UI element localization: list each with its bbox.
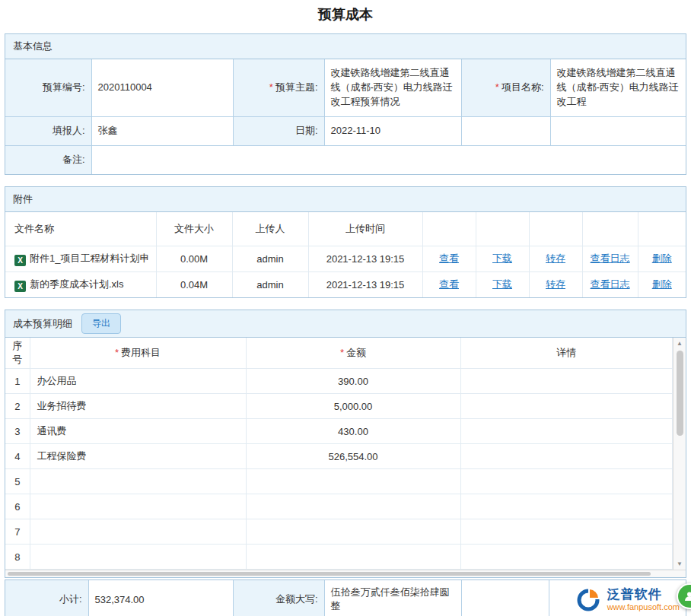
transfer-link[interactable]: 转存	[546, 278, 565, 290]
col-seq: 序号	[5, 338, 30, 369]
cost-detail-title: 成本预算明细	[13, 317, 72, 331]
scroll-down-icon[interactable]: ▼	[677, 558, 683, 570]
filler-label: 填报人:	[5, 116, 91, 145]
col-action	[476, 212, 529, 246]
table-row: 填报人: 张鑫 日期: 2022-11-10	[5, 116, 686, 145]
fanpu-logo-icon	[575, 586, 602, 613]
project-name-label: *项目名称:	[461, 59, 550, 116]
delete-link[interactable]: 删除	[652, 252, 672, 264]
amount-cell	[246, 545, 460, 570]
detail-cell	[460, 494, 673, 519]
vertical-scrollbar-thumb[interactable]	[677, 351, 683, 436]
brand-cell: 泛普软件 www.fanpusoft.com	[549, 580, 686, 616]
detail-cell	[460, 545, 673, 570]
amount-words-label: 金额大写:	[233, 580, 324, 616]
subtotal-label: 小计:	[5, 580, 88, 616]
table-row: 备注:	[5, 145, 686, 174]
col-action	[529, 212, 582, 246]
col-detail: 详情	[460, 338, 673, 369]
col-file-size: 文件大小	[156, 212, 232, 246]
seq-cell: 1	[5, 369, 30, 394]
budget-subject-label: *预算主题:	[233, 59, 324, 116]
excel-file-icon: X	[14, 255, 26, 266]
download-link[interactable]: 下载	[492, 252, 512, 264]
vertical-scrollbar[interactable]: ▲ ▼	[673, 338, 686, 570]
detail-row: 7	[5, 519, 673, 545]
empty-cell	[550, 116, 686, 145]
seq-cell: 4	[5, 444, 30, 469]
amount-cell: 390.00	[246, 369, 460, 394]
detail-cell	[460, 469, 673, 494]
horizontal-scrollbar[interactable]	[5, 570, 686, 577]
file-name: X附件1_项目工程材料计划申	[5, 246, 156, 271]
amount-cell	[246, 519, 460, 545]
required-asterisk: *	[340, 347, 344, 358]
budget-no-value: 2020110004	[91, 59, 233, 116]
detail-cell	[460, 369, 673, 394]
upload-time: 2021-12-13 19:15	[308, 246, 422, 271]
view-link[interactable]: 查看	[439, 278, 459, 290]
excel-file-icon: X	[14, 281, 26, 292]
delete-link[interactable]: 删除	[652, 278, 672, 290]
seq-cell: 2	[5, 394, 30, 419]
uploader: admin	[232, 246, 308, 271]
amount-cell: 526,554.00	[246, 444, 460, 469]
detail-row: 4 工程保险费 526,554.00	[5, 444, 673, 469]
col-amount: *金额	[246, 338, 460, 369]
detail-cell	[460, 519, 673, 545]
seq-cell: 8	[5, 545, 30, 570]
empty-cell	[461, 580, 549, 616]
upload-time: 2021-12-13 19:15	[308, 271, 422, 297]
budget-no-label: 预算编号:	[5, 59, 91, 116]
view-log-link[interactable]: 查看日志	[591, 278, 630, 290]
basic-info-panel: 基本信息 预算编号: 2020110004 *预算主题: 改建铁路线增建第二线直…	[5, 33, 686, 175]
amount-cell: 430.00	[246, 419, 460, 444]
attachment-row: X新的季度成本计划.xls 0.04M admin 2021-12-13 19:…	[5, 271, 686, 297]
view-log-link[interactable]: 查看日志	[591, 252, 630, 264]
budget-subject-value: 改建铁路线增建第二线直通线（成都-西安）电力线路迁改工程预算情况	[324, 59, 461, 116]
detail-row: 2 业务招待费 5,000.00	[5, 394, 673, 419]
subject-cell: 业务招待费	[30, 394, 246, 419]
required-asterisk: *	[115, 347, 119, 358]
subject-cell	[30, 545, 246, 570]
required-asterisk: *	[495, 81, 499, 93]
seq-cell: 5	[5, 469, 30, 494]
horizontal-scrollbar-thumb[interactable]	[8, 572, 651, 576]
file-size: 0.00M	[156, 246, 232, 271]
brand-name: 泛普软件	[607, 587, 680, 602]
attachments-panel: 附件 文件名称 文件大小 上传人 上传时间 X附件1_项目工程材料计划申 0.0…	[5, 186, 686, 298]
col-expense-subject: *费用科目	[30, 338, 246, 369]
required-asterisk: *	[269, 81, 273, 93]
transfer-link[interactable]: 转存	[546, 252, 565, 264]
detail-row: 1 办公用品 390.00	[5, 369, 673, 394]
detail-row: 5	[5, 469, 673, 494]
date-value: 2022-11-10	[324, 116, 461, 145]
filler-value: 张鑫	[91, 116, 233, 145]
col-file-name: 文件名称	[5, 212, 156, 246]
file-size: 0.04M	[156, 271, 232, 297]
seq-cell: 6	[5, 494, 30, 519]
col-upload-time: 上传时间	[308, 212, 422, 246]
subject-cell: 工程保险费	[30, 444, 246, 469]
subject-cell	[30, 494, 246, 519]
amount-words-value: 伍拾叁万贰仟叁佰柒拾肆圆整	[324, 580, 461, 616]
export-button[interactable]: 导出	[81, 313, 121, 334]
basic-info-title: 基本信息	[13, 40, 53, 53]
cost-detail-panel: 成本预算明细 导出 序号 *费用科目 *金额 详情 1 办公用品 390.00	[5, 310, 686, 578]
customer-service-icon	[683, 590, 691, 602]
table-header-row: 序号 *费用科目 *金额 详情	[5, 338, 673, 369]
col-uploader: 上传人	[232, 212, 308, 246]
amount-cell: 5,000.00	[246, 394, 460, 419]
remark-value	[91, 145, 686, 174]
detail-cell	[460, 419, 673, 444]
table-header-row: 文件名称 文件大小 上传人 上传时间	[5, 212, 686, 246]
scroll-up-icon[interactable]: ▲	[677, 338, 683, 349]
download-link[interactable]: 下载	[492, 278, 512, 290]
remark-label: 备注:	[5, 145, 91, 174]
col-action	[638, 212, 686, 246]
view-link[interactable]: 查看	[439, 252, 459, 264]
brand-url[interactable]: www.fanpusoft.com	[607, 602, 680, 611]
attachments-title: 附件	[13, 192, 33, 206]
amount-cell	[246, 494, 460, 519]
detail-row: 3 通讯费 430.00	[5, 419, 673, 444]
